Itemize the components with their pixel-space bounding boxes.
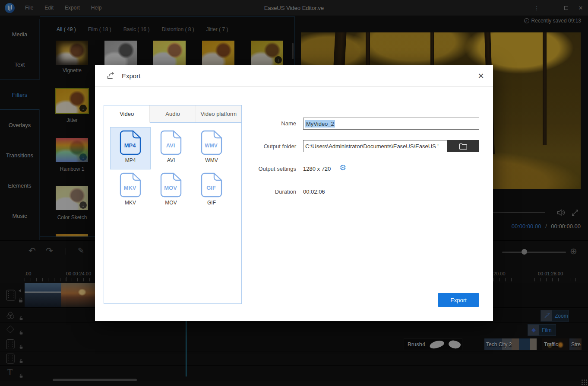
output-folder-input[interactable]: C:\Users\Administrator\Documents\EaseUS\… (303, 140, 447, 152)
clip-brush4[interactable]: Brush4 (404, 338, 462, 350)
ruler-label: 00:00:24.00 (66, 271, 91, 276)
svg-text:GIF: GIF (206, 185, 216, 191)
clip-tech-city-2[interactable]: Tech City 2 (484, 338, 537, 350)
timeline-zoom-handle[interactable] (522, 249, 527, 255)
horizontal-scrollbar[interactable] (53, 379, 137, 381)
film-track-icon (6, 353, 15, 366)
track-lock-icon[interactable] (19, 343, 23, 351)
sidebar-item-music[interactable]: Music (0, 201, 39, 231)
diamond-icon (528, 325, 539, 335)
filter-category-tabs: All ( 49 ) Film ( 18 ) Basic ( 16 ) Dist… (57, 26, 228, 32)
check-circle-icon: ✓ (524, 18, 529, 23)
undo-icon[interactable]: ↶ (28, 246, 36, 255)
clip-sunset-video[interactable] (25, 283, 95, 307)
clip-traffic[interactable]: Traffic (542, 338, 569, 350)
filter-thumb-bw[interactable] (104, 41, 137, 65)
format-avi[interactable]: AVI AVI (151, 127, 191, 169)
clip-thumb (25, 283, 61, 307)
format-selector: Video Audio Video platform MP4 MP4 (104, 105, 242, 304)
download-icon[interactable]: ↓ (79, 105, 87, 112)
saved-status: ✓ Recently saved 09:13 (524, 18, 581, 24)
filter-thumb-vignette[interactable] (56, 41, 88, 65)
brush-stroke-art (429, 339, 445, 349)
sidebar-item-transitions[interactable]: Transitions (0, 140, 39, 170)
volume-icon[interactable] (556, 208, 566, 219)
filter-tab-film[interactable]: Film ( 18 ) (88, 26, 111, 32)
more-menu-icon[interactable]: ⋮ (529, 0, 544, 16)
track-lock-icon[interactable] (18, 297, 23, 305)
filter-label: Vignette (53, 67, 92, 73)
filter-thumb-partial[interactable] (56, 234, 88, 237)
format-tabs: Video Audio Video platform (104, 105, 241, 123)
track-video-3 (0, 351, 588, 366)
maximize-button[interactable] (559, 0, 573, 16)
format-mov[interactable]: MOV MOV (151, 169, 191, 212)
overlay-track-icon (6, 325, 15, 335)
clip-film-overlay[interactable]: Film (528, 324, 556, 336)
fullscreen-icon[interactable] (571, 209, 579, 218)
minimize-button[interactable] (544, 0, 559, 16)
ruler-label: 00:01:28.00 (538, 271, 563, 276)
track-lock-icon[interactable] (19, 315, 23, 322)
sidebar-item-text[interactable]: Text (0, 49, 39, 80)
dialog-close-icon[interactable]: ✕ (476, 71, 486, 81)
track-lock-icon[interactable] (19, 329, 23, 337)
tab-audio[interactable]: Audio (150, 105, 196, 122)
sidebar-item-overlays[interactable]: Overlays (0, 110, 39, 140)
resize-grip[interactable] (581, 379, 587, 385)
svg-text:MP4: MP4 (124, 142, 136, 149)
track-text: T (0, 366, 588, 380)
sidebar-item-media[interactable]: Media (0, 19, 39, 49)
timeline-ruler[interactable] (493, 278, 582, 281)
filter-thumb-shift[interactable]: ↓ (251, 41, 283, 65)
filter-thumb-warm[interactable] (202, 41, 234, 65)
filter-thumb-rainbow-1[interactable]: ↓ (56, 138, 88, 162)
format-mp4[interactable]: MP4 MP4 (110, 127, 151, 169)
filter-tab-basic[interactable]: Basic ( 16 ) (123, 26, 150, 32)
timeline-zoom-slider[interactable] (502, 252, 566, 253)
clip-street[interactable]: Stre (569, 338, 582, 350)
settings-gear-icon[interactable]: ⚙ (339, 164, 346, 172)
folder-icon (459, 143, 468, 150)
total-time: 00:00:00.00 (551, 223, 581, 230)
export-button[interactable]: Export (438, 293, 479, 307)
zoom-in-icon[interactable]: ⊕ (570, 247, 577, 255)
filter-tab-all[interactable]: All ( 49 ) (57, 26, 76, 32)
edit-pencil-icon[interactable]: ✎ (78, 247, 84, 255)
redo-icon[interactable]: ↷ (46, 246, 53, 255)
name-input[interactable]: MyVideo_2 (303, 118, 479, 130)
ruler-major-tick (66, 277, 66, 281)
format-grid: MP4 MP4 AVI AVI WMV (110, 127, 232, 212)
filter-thumb-jitter[interactable]: ↓ (56, 89, 88, 113)
dialog-header: Export ✕ (95, 65, 493, 87)
download-icon[interactable]: ↓ (79, 153, 87, 161)
filter-thumb-color-sketch[interactable]: ↓ (56, 186, 88, 210)
timeline-ruler[interactable] (25, 278, 95, 281)
preview-timecodes: 00:00:00.00 / 00:00:00.00 (512, 223, 581, 230)
track-lock-icon[interactable] (19, 372, 23, 380)
close-window-button[interactable]: ✕ (573, 0, 588, 16)
svg-text:MKV: MKV (124, 185, 136, 191)
filter-tab-jitter[interactable]: Jitter ( 7 ) (206, 26, 228, 32)
filter-thumb-glow[interactable] (153, 41, 186, 65)
filter-tab-distortion[interactable]: Distortion ( 8 ) (161, 26, 194, 32)
clip-zoom-effect[interactable]: Zoom (541, 310, 569, 322)
track-video-2: Brush4 Tech City 2 Traffic Stre (0, 337, 588, 351)
track-overlay: Film (0, 323, 588, 337)
sidebar-item-elements[interactable]: Elements (0, 170, 39, 201)
track-lock-icon[interactable] (19, 357, 23, 365)
download-icon[interactable]: ↓ (275, 56, 282, 64)
filters-scrollbar[interactable] (292, 43, 294, 59)
clip-thumb (61, 283, 95, 307)
sidebar-item-filters[interactable]: Filters (0, 80, 40, 110)
track-mute-icon[interactable] (18, 287, 24, 295)
filter-label: Jitter (53, 117, 92, 123)
format-mkv[interactable]: MKV MKV (110, 169, 151, 212)
browse-folder-button[interactable] (447, 140, 479, 152)
duration-label: Duration (224, 188, 296, 195)
download-icon[interactable]: ↓ (79, 201, 87, 209)
tab-video[interactable]: Video (104, 105, 150, 123)
svg-text:AVI: AVI (166, 142, 175, 149)
window-controls: ⋮ ✕ (529, 0, 588, 16)
ruler-major-tick (539, 277, 539, 281)
